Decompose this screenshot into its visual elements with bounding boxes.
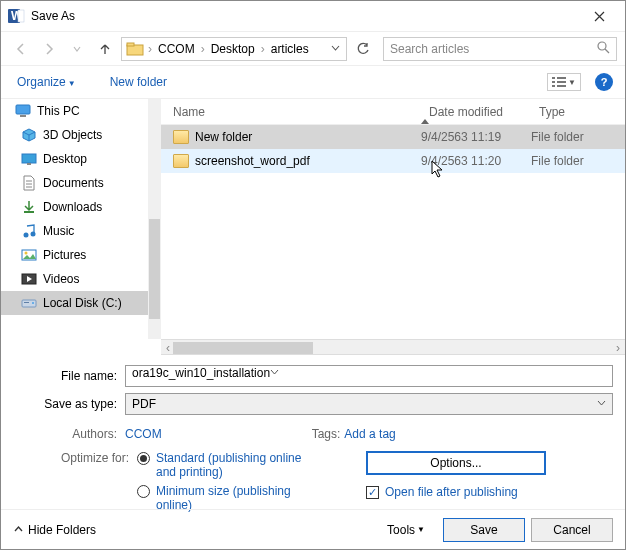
up-button[interactable] [93, 37, 117, 61]
tree-label: Local Disk (C:) [43, 296, 122, 310]
music-icon [21, 223, 37, 239]
search-input[interactable]: Search articles [383, 37, 617, 61]
refresh-button[interactable] [351, 37, 375, 61]
chevron-up-icon [13, 524, 24, 535]
sort-indicator-icon [421, 105, 429, 119]
tree-label: Music [43, 224, 74, 238]
view-mode-button[interactable]: ▼ [547, 73, 581, 91]
organize-menu[interactable]: Organize▼ [13, 73, 80, 91]
column-date[interactable]: Date modified [429, 105, 539, 119]
filename-label: File name: [13, 369, 125, 383]
pictures-icon [21, 247, 37, 263]
chevron-right-icon[interactable]: › [146, 42, 154, 56]
svg-rect-15 [27, 163, 31, 165]
title-bar: W Save As [1, 1, 625, 31]
tags-value[interactable]: Add a tag [344, 427, 395, 441]
monitor-icon [15, 103, 31, 119]
saveas-type-label: Save as type: [13, 397, 125, 411]
file-type: File folder [531, 130, 625, 144]
tree-label: 3D Objects [43, 128, 102, 142]
recent-dropdown[interactable] [65, 37, 89, 61]
svg-rect-16 [24, 211, 34, 213]
hide-folders-button[interactable]: Hide Folders [13, 523, 96, 537]
tree-pictures[interactable]: Pictures [1, 243, 160, 267]
checkbox-checked-icon: ✓ [366, 486, 379, 499]
folder-icon [173, 130, 189, 144]
cancel-button-label: Cancel [553, 523, 590, 537]
tree-music[interactable]: Music [1, 219, 160, 243]
svg-rect-6 [552, 77, 555, 79]
new-folder-button[interactable]: New folder [110, 75, 167, 89]
chevron-right-icon[interactable]: › [259, 42, 267, 56]
breadcrumb-item[interactable]: articles [267, 42, 313, 56]
filename-input[interactable]: ora19c_win10_installation [125, 365, 613, 387]
close-button[interactable] [579, 1, 619, 31]
chevron-down-icon[interactable] [597, 399, 606, 410]
open-after-checkbox[interactable]: ✓ Open file after publishing [366, 485, 546, 499]
file-name: New folder [195, 130, 252, 144]
cancel-button[interactable]: Cancel [531, 518, 613, 542]
back-button[interactable] [9, 37, 33, 61]
folder-icon [126, 40, 144, 58]
help-button[interactable]: ? [595, 73, 613, 91]
tree-scrollbar[interactable] [148, 99, 161, 339]
save-button[interactable]: Save [443, 518, 525, 542]
scroll-thumb[interactable] [149, 219, 160, 319]
breadcrumb-bar[interactable]: › CCOM › Desktop › articles [121, 37, 347, 61]
scroll-thumb[interactable] [173, 342, 313, 354]
svg-rect-22 [22, 300, 36, 307]
explorer-body: This PC 3D Objects Desktop Documents Dow… [1, 99, 625, 339]
file-date: 9/4/2563 11:20 [421, 154, 531, 168]
tree-downloads[interactable]: Downloads [1, 195, 160, 219]
chevron-down-icon[interactable] [270, 369, 279, 379]
tags-label: Tags: [312, 427, 341, 441]
tools-label: Tools [387, 523, 415, 537]
authors-value[interactable]: CCOM [125, 427, 162, 441]
word-app-icon: W [7, 7, 25, 25]
file-row[interactable]: screenshot_word_pdf 9/4/2563 11:20 File … [161, 149, 625, 173]
tree-desktop[interactable]: Desktop [1, 147, 160, 171]
desktop-icon [21, 151, 37, 167]
nav-tree: This PC 3D Objects Desktop Documents Dow… [1, 99, 161, 339]
chevron-right-icon[interactable]: › [199, 42, 207, 56]
tools-menu[interactable]: Tools▼ [387, 523, 425, 537]
tree-this-pc[interactable]: This PC [1, 99, 160, 123]
nav-bar: › CCOM › Desktop › articles Search artic… [1, 31, 625, 65]
open-after-label: Open file after publishing [385, 485, 518, 499]
forward-button[interactable] [37, 37, 61, 61]
search-placeholder: Search articles [390, 42, 469, 56]
breadcrumb-item[interactable]: CCOM [154, 42, 199, 56]
file-row[interactable]: New folder 9/4/2563 11:19 File folder [161, 125, 625, 149]
save-fields: File name: ora19c_win10_installation Sav… [1, 355, 625, 523]
list-hscrollbar[interactable]: ‹ › [161, 339, 625, 355]
tree-videos[interactable]: Videos [1, 267, 160, 291]
optimize-standard-radio[interactable]: Standard (publishing online and printing… [137, 451, 316, 480]
tree-3d-objects[interactable]: 3D Objects [1, 123, 160, 147]
tree-label: Downloads [43, 200, 102, 214]
tree-local-disk[interactable]: Local Disk (C:) [1, 291, 160, 315]
svg-rect-7 [557, 77, 566, 79]
column-type[interactable]: Type [539, 105, 625, 119]
file-list: Name Date modified Type New folder 9/4/2… [161, 99, 625, 339]
svg-rect-9 [557, 81, 566, 83]
radio-unchecked-icon [137, 485, 150, 498]
svg-rect-12 [16, 105, 30, 114]
tree-documents[interactable]: Documents [1, 171, 160, 195]
tree-label: Documents [43, 176, 104, 190]
scroll-right-icon[interactable]: › [611, 340, 625, 356]
hide-folders-label: Hide Folders [28, 523, 96, 537]
search-icon [597, 41, 610, 57]
saveas-type-select[interactable]: PDF [125, 393, 613, 415]
svg-point-18 [31, 232, 36, 237]
download-icon [21, 199, 37, 215]
column-headers: Name Date modified Type [161, 99, 625, 125]
svg-rect-13 [20, 115, 26, 117]
options-button[interactable]: Options... [366, 451, 546, 475]
videos-icon [21, 271, 37, 287]
svg-rect-2 [18, 10, 24, 22]
svg-point-5 [598, 42, 606, 50]
chevron-down-icon[interactable] [327, 42, 344, 56]
breadcrumb-item[interactable]: Desktop [207, 42, 259, 56]
saveas-type-value: PDF [132, 397, 156, 411]
column-name[interactable]: Name [161, 105, 421, 119]
